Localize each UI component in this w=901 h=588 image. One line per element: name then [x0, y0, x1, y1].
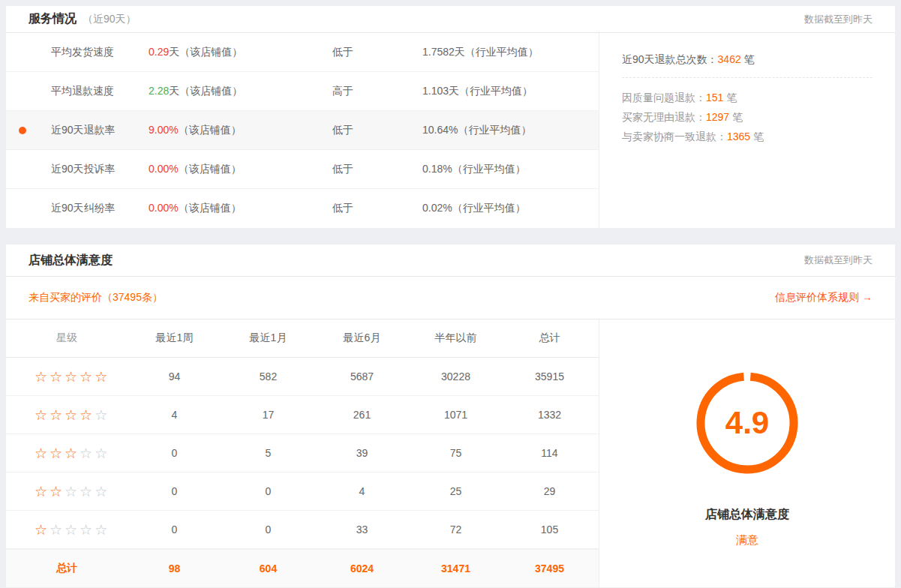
rating-row-3-star: ☆☆☆☆☆ 0 5 39 75 114: [6, 434, 599, 472]
rating-row-2-star: ☆☆☆☆☆ 0 0 4 25 29: [6, 472, 599, 511]
refund-reason-no-reason: 买家无理由退款：1297 笔: [622, 107, 872, 127]
rating-total-row: 总计 98 604 6024 31471 37495: [6, 549, 599, 587]
col-header-stars: 星级: [6, 332, 128, 345]
metric-label: 平均退款速度: [6, 85, 149, 98]
service-row-shipping-speed: 平均发货速度 0.29天（该店铺值） 低于 1.7582天（行业平均值）: [6, 33, 599, 72]
metric-label: 平均发货速度: [6, 46, 149, 59]
star-rating-icon: ☆☆☆☆☆: [6, 521, 128, 538]
active-row-dot-icon: [19, 127, 26, 134]
service-card: 服务情况 （近90天） 数据截至到昨天 平均发货速度 0.29天（该店铺值） 低…: [6, 6, 895, 228]
buyer-reviews-link[interactable]: 来自买家的评价（37495条）: [29, 291, 163, 304]
rating-row-4-star: ☆☆☆☆☆ 4 17 261 1071 1332: [6, 396, 599, 434]
rating-rules-link[interactable]: 信息评价体系规则 →: [775, 291, 872, 304]
industry-value: 0.02%（行业平均值）: [396, 202, 599, 215]
score-ring-gauge: 4.9: [695, 370, 800, 476]
comparator: 低于: [291, 163, 396, 176]
satisfaction-score: 4.9: [695, 370, 800, 476]
shop-value: 0.00%（该店铺值）: [149, 202, 291, 215]
metric-label: 近90天投诉率: [6, 163, 149, 176]
satisfaction-title: 店铺总体满意度: [29, 253, 113, 268]
gauge-status: 满意: [736, 533, 758, 548]
rating-row-5-star: ☆☆☆☆☆ 94 582 5687 30228 35915: [6, 358, 599, 396]
star-rating-icon: ☆☆☆☆☆: [6, 445, 128, 461]
star-rating-icon: ☆☆☆☆☆: [6, 368, 128, 385]
col-header-month: 最近1月: [221, 332, 315, 345]
arrow-right-icon: →: [862, 291, 872, 303]
service-card-header: 服务情况 （近90天） 数据截至到昨天: [6, 6, 895, 33]
satisfaction-card: 店铺总体满意度 数据截至到昨天 来自买家的评价（37495条） 信息评价体系规则…: [6, 244, 895, 587]
star-rating-icon: ☆☆☆☆☆: [6, 483, 128, 500]
service-row-refund-speed: 平均退款速度 2.28天（该店铺值） 高于 1.103天（行业平均值）: [6, 72, 599, 111]
service-subtitle: （近90天）: [83, 13, 137, 26]
comparator: 低于: [291, 46, 396, 59]
satisfaction-gauge-panel: 4.9 店铺总体满意度 满意: [599, 320, 895, 587]
review-bar: 来自买家的评价（37495条） 信息评价体系规则 →: [6, 277, 895, 320]
col-header-week: 最近1周: [128, 332, 221, 345]
service-row-complaint-rate: 近90天投诉率 0.00%（该店铺值） 低于 0.18%（行业平均值）: [6, 150, 599, 189]
metric-label: 近90天纠纷率: [6, 202, 149, 215]
comparator: 高于: [291, 85, 396, 98]
service-row-refund-rate[interactable]: 近90天退款率 9.00%（该店铺值） 低于 10.64%（行业平均值）: [6, 111, 599, 150]
comparator: 低于: [291, 124, 396, 137]
col-header-6months: 最近6月: [315, 332, 409, 345]
service-metrics-table: 平均发货速度 0.29天（该店铺值） 低于 1.7582天（行业平均值） 平均退…: [6, 33, 599, 228]
shop-value: 2.28天（该店铺值）: [149, 85, 291, 98]
refund-reason-quality: 因质量问题退款：151 笔: [622, 88, 872, 107]
industry-value: 0.18%（行业平均值）: [396, 163, 599, 176]
metric-label: 近90天退款率: [6, 124, 149, 137]
rating-table: 星级 最近1周 最近1月 最近6月 半年以前 总计 ☆☆☆☆☆ 94 582 5…: [6, 320, 599, 587]
industry-value: 1.103天（行业平均值）: [396, 85, 599, 98]
service-row-dispute-rate: 近90天纠纷率 0.00%（该店铺值） 低于 0.02%（行业平均值）: [6, 189, 599, 228]
satisfaction-card-header: 店铺总体满意度 数据截至到昨天: [6, 244, 895, 277]
rating-row-1-star: ☆☆☆☆☆ 0 0 33 72 105: [6, 511, 599, 549]
col-header-total: 总计: [503, 332, 596, 345]
service-updated-note: 数据截至到昨天: [804, 13, 872, 26]
refund-total-line: 近90天退款总次数：3462 笔: [622, 53, 872, 67]
col-header-older: 半年以前: [409, 332, 503, 345]
service-title: 服务情况: [29, 11, 77, 27]
shop-value: 0.00%（该店铺值）: [149, 163, 291, 176]
total-label: 总计: [6, 562, 128, 575]
refund-reason-negotiated: 与卖家协商一致退款：1365 笔: [622, 127, 872, 146]
gauge-label: 店铺总体满意度: [705, 507, 789, 523]
rating-table-header: 星级 最近1周 最近1月 最近6月 半年以前 总计: [6, 320, 599, 358]
shop-value: 9.00%（该店铺值）: [149, 124, 291, 137]
refund-summary-panel: 近90天退款总次数：3462 笔 因质量问题退款：151 笔 买家无理由退款：1…: [599, 33, 895, 228]
industry-value: 10.64%（行业平均值）: [396, 124, 599, 137]
comparator: 低于: [291, 202, 396, 215]
industry-value: 1.7582天（行业平均值）: [396, 46, 599, 59]
dashed-divider: [622, 77, 872, 78]
shop-value: 0.29天（该店铺值）: [149, 46, 291, 59]
star-rating-icon: ☆☆☆☆☆: [6, 406, 128, 423]
satisfaction-updated-note: 数据截至到昨天: [804, 254, 872, 267]
